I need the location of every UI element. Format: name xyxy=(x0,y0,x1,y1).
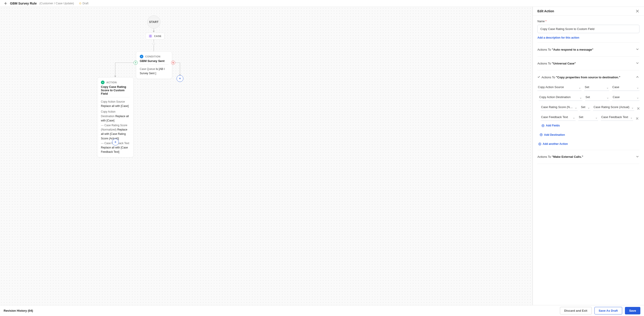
acc-prefix: Actions To xyxy=(538,62,552,65)
chevron-down-icon xyxy=(636,61,640,65)
condition-type-label: CONDITION xyxy=(145,55,160,58)
panel-body: Name * Add a description for this action… xyxy=(533,16,644,305)
edit-action-panel: Edit Action Name * Add a description for… xyxy=(533,7,644,305)
accordion-external-calls[interactable]: Actions To "Make External Calls." xyxy=(538,150,640,164)
acc3-title: "Copy properties from source to destinat… xyxy=(556,76,620,79)
cond-body-gray: Case Queue xyxy=(140,67,155,71)
add-destination-link[interactable]: Add Destination xyxy=(540,133,565,136)
required-icon: * xyxy=(546,20,546,23)
status-text: Draft xyxy=(82,2,88,5)
action-title: Copy Case Rating Score to Custom Field xyxy=(101,85,130,95)
page-title: GBM Survey Rule xyxy=(10,1,36,5)
condition-title: GBM Survey Sent xyxy=(140,59,168,63)
dest-op-select[interactable]: Set⌄ xyxy=(585,94,610,101)
main-row: START CASE CONDITION GBM Survey Sent xyxy=(0,7,644,305)
case-trigger-node[interactable]: CASE xyxy=(146,33,164,39)
chevron-down-icon xyxy=(636,155,640,159)
condition-icon xyxy=(140,55,144,58)
source-value-select[interactable]: Case⌄ xyxy=(612,84,640,91)
action-node[interactable]: ACTION Copy Case Rating Score to Custom … xyxy=(97,77,134,158)
accordion-auto-respond[interactable]: Actions To "Auto respond to a message" xyxy=(538,43,640,56)
act-l1-b: Replace all with [Case] xyxy=(101,104,128,108)
source-op-select[interactable]: Set⌄ xyxy=(584,84,609,91)
dest-field-select[interactable]: Copy Action Destination⌄ xyxy=(539,94,582,101)
add-action-text: Add another Action xyxy=(543,142,568,146)
add-destination-text: Add Destination xyxy=(544,133,565,136)
acc1-title: "Auto respond to a message" xyxy=(552,48,593,51)
action-icon xyxy=(101,81,104,84)
acc4-title: "Make External Calls." xyxy=(552,155,583,158)
plus-circle-icon xyxy=(542,124,544,127)
accordion-copy-body: Copy Action Source⌄ Set⌄ Case⌄ Copy Acti… xyxy=(538,84,640,150)
status-badge: Draft xyxy=(79,2,88,5)
branch-dot-icon xyxy=(153,43,155,45)
acc-prefix: Actions To xyxy=(538,155,552,158)
close-icon[interactable] xyxy=(635,9,640,13)
acc-prefix: Actions To xyxy=(538,48,552,51)
act-l2-g: Copy Action Destination xyxy=(101,110,116,118)
revision-history-link[interactable]: Revision History (04) xyxy=(4,309,33,312)
map-dst-2-select[interactable]: Case Feedback Text⌄ xyxy=(601,114,633,121)
panel-title: Edit Action xyxy=(538,9,554,13)
map-src-2-select[interactable]: Case Feedback Text⌄ xyxy=(540,114,576,121)
panel-header: Edit Action xyxy=(533,7,644,16)
action-name-input[interactable] xyxy=(538,25,640,33)
discard-button[interactable]: Discard and Exit xyxy=(560,307,592,315)
app-header: GBM Survey Rule (Customer / Case Update)… xyxy=(0,0,644,7)
branch-yes-icon: Y xyxy=(134,61,138,65)
map-src-1-select[interactable]: Case Rating Score (N…⌄ xyxy=(540,104,578,111)
source-field-select[interactable]: Copy Action Source⌄ xyxy=(538,84,582,91)
plus-circle-icon xyxy=(540,133,543,136)
condition-node[interactable]: CONDITION GBM Survey Sent Case Queue Is … xyxy=(136,51,172,79)
draft-dot-icon xyxy=(79,2,81,4)
acc2-title: "Universal Case" xyxy=(552,62,576,65)
chevron-up-icon xyxy=(636,75,640,79)
act-l1-g: Copy Action Source xyxy=(101,100,125,103)
accordion-copy-properties[interactable]: Actions To "Copy properties from source … xyxy=(538,70,640,84)
workflow-canvas[interactable]: START CASE CONDITION GBM Survey Sent xyxy=(0,7,533,305)
branch-no-icon: N xyxy=(171,61,175,65)
act-l4-b: Replace all with [Case Feedback Text] xyxy=(101,146,128,153)
add-fields-text: Add Fields xyxy=(546,124,560,127)
remove-row-icon[interactable] xyxy=(636,117,640,121)
map-op-2-select[interactable]: Set⌄ xyxy=(578,114,598,121)
save-draft-button[interactable]: Save As Draft xyxy=(594,307,622,315)
check-icon xyxy=(538,76,540,79)
map-dst-1-select[interactable]: Case Rating Score (Actual)⌄ xyxy=(593,104,634,111)
chevron-down-icon xyxy=(636,48,640,51)
add-description-link[interactable]: Add a description for this action xyxy=(538,36,579,39)
svg-marker-1 xyxy=(153,31,154,32)
dest-value-select[interactable]: Case⌄ xyxy=(612,94,640,101)
footer-bar: Revision History (04) Discard and Exit S… xyxy=(0,305,644,316)
page-subtitle: (Customer / Case Update) xyxy=(39,1,74,5)
case-icon xyxy=(148,34,152,38)
add-no-branch-button[interactable]: + xyxy=(176,75,184,82)
add-fields-link[interactable]: Add Fields xyxy=(542,124,560,127)
name-label: Name * xyxy=(538,20,640,23)
svg-point-9 xyxy=(150,36,151,36)
map-op-1-select[interactable]: Set⌄ xyxy=(580,104,590,111)
add-action-link[interactable]: Add another Action xyxy=(538,142,568,146)
case-pill-label: CASE xyxy=(154,35,162,37)
action-type-label: ACTION xyxy=(106,81,117,84)
add-after-action-button[interactable]: + xyxy=(112,139,119,146)
accordion-universal-case[interactable]: Actions To "Universal Case" xyxy=(538,56,640,70)
plus-circle-icon xyxy=(538,143,541,146)
remove-row-icon[interactable] xyxy=(637,107,640,111)
name-label-text: Name xyxy=(538,20,545,23)
back-arrow-icon[interactable] xyxy=(4,1,7,5)
start-node[interactable]: START xyxy=(147,15,160,29)
acc-prefix: Actions To xyxy=(542,76,556,79)
save-button[interactable]: Save xyxy=(625,307,640,315)
